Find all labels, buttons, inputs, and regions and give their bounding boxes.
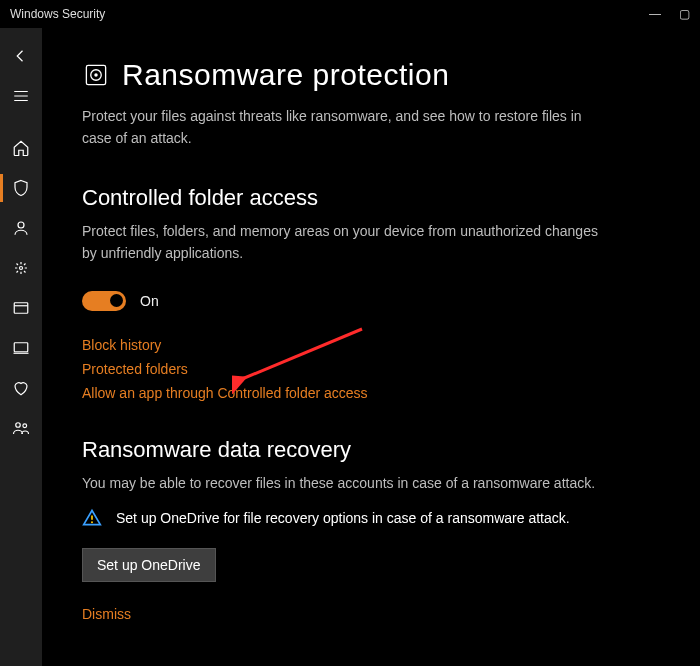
- svg-rect-3: [14, 343, 28, 352]
- recovery-warning: Set up OneDrive for file recovery option…: [116, 508, 570, 530]
- svg-point-10: [91, 522, 93, 524]
- nav-device-security[interactable]: [0, 328, 42, 368]
- svg-point-8: [94, 73, 98, 77]
- family-icon: [12, 419, 30, 437]
- link-allow-app[interactable]: Allow an app through Controlled folder a…: [82, 385, 660, 401]
- recovery-desc: You may be able to recover files in thes…: [82, 473, 602, 495]
- app-browser-icon: [12, 299, 30, 317]
- warning-icon: [82, 508, 102, 528]
- cfa-toggle[interactable]: [82, 291, 126, 311]
- nav-menu[interactable]: [0, 76, 42, 116]
- nav-family-options[interactable]: [0, 408, 42, 448]
- nav-virus-protection[interactable]: [0, 168, 42, 208]
- ransomware-page-icon: [82, 61, 110, 89]
- app-title: Windows Security: [10, 7, 105, 21]
- page-title: Ransomware protection: [122, 58, 449, 92]
- maximize-button[interactable]: ▢: [679, 7, 690, 21]
- minimize-button[interactable]: —: [649, 7, 661, 21]
- recovery-heading: Ransomware data recovery: [82, 437, 660, 463]
- svg-point-1: [20, 267, 23, 270]
- toggle-knob: [110, 294, 123, 307]
- link-protected-folders[interactable]: Protected folders: [82, 361, 660, 377]
- back-icon: [12, 47, 30, 65]
- firewall-icon: [12, 259, 30, 277]
- cfa-desc: Protect files, folders, and memory areas…: [82, 221, 602, 264]
- device-security-icon: [12, 339, 30, 357]
- nav-account-protection[interactable]: [0, 208, 42, 248]
- account-icon: [12, 219, 30, 237]
- svg-point-5: [23, 424, 27, 428]
- dismiss-link[interactable]: Dismiss: [82, 606, 660, 622]
- svg-rect-2: [14, 303, 28, 314]
- titlebar: Windows Security — ▢: [0, 0, 700, 28]
- cfa-toggle-label: On: [140, 293, 159, 309]
- heart-icon: [12, 379, 30, 397]
- side-nav: [0, 28, 42, 666]
- main-content: Ransomware protection Protect your files…: [42, 28, 700, 666]
- link-block-history[interactable]: Block history: [82, 337, 660, 353]
- cfa-heading: Controlled folder access: [82, 185, 660, 211]
- home-icon: [12, 139, 30, 157]
- nav-home[interactable]: [0, 128, 42, 168]
- nav-device-health[interactable]: [0, 368, 42, 408]
- nav-firewall[interactable]: [0, 248, 42, 288]
- nav-back[interactable]: [0, 36, 42, 76]
- svg-point-4: [16, 423, 21, 428]
- nav-app-browser-control[interactable]: [0, 288, 42, 328]
- menu-icon: [12, 87, 30, 105]
- svg-point-0: [18, 222, 24, 228]
- shield-icon: [12, 179, 30, 197]
- page-subtitle: Protect your files against threats like …: [82, 106, 602, 149]
- setup-onedrive-button[interactable]: Set up OneDrive: [82, 548, 216, 582]
